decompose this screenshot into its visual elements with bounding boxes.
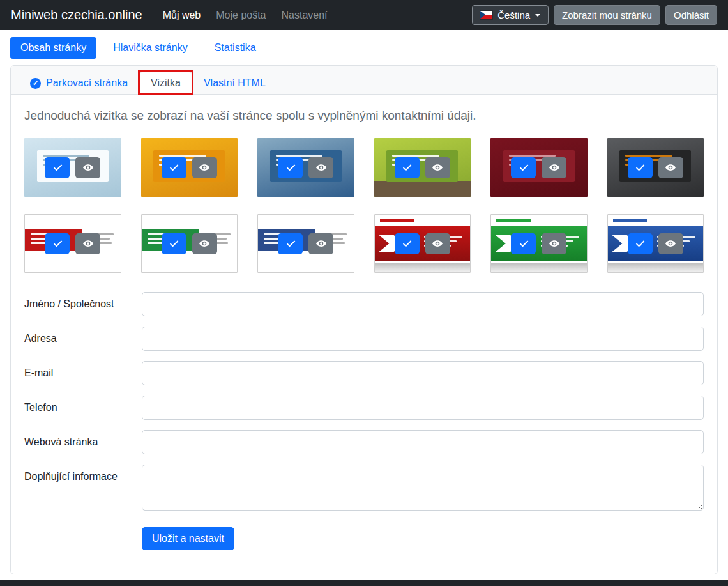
check-icon [52, 238, 63, 249]
page-tab-statistika[interactable]: Statistika [204, 37, 266, 59]
template-preview-button[interactable] [425, 157, 450, 178]
check-icon [635, 162, 645, 173]
template-select-button[interactable] [511, 233, 536, 254]
template-preview-button[interactable] [192, 157, 217, 178]
check-icon [402, 238, 412, 249]
chevron-down-icon [535, 14, 540, 17]
template-thumbnail-dark-red[interactable] [490, 138, 588, 197]
template-thumbnail-graphite[interactable] [607, 138, 704, 197]
check-icon [285, 162, 296, 173]
template-actions [257, 138, 354, 197]
field-label-name: Jméno / Společnost [24, 298, 142, 310]
logout-button[interactable]: Odhlásit [665, 5, 717, 25]
template-select-button[interactable] [162, 157, 186, 178]
template-select-button[interactable] [45, 233, 70, 254]
template-thumbnail-blue-arrow[interactable] [607, 214, 704, 273]
template-preview-button[interactable] [308, 157, 333, 178]
template-preview-button[interactable] [75, 233, 100, 254]
view-my-site-button[interactable]: Zobrazit mou stránku [554, 5, 660, 25]
template-select-button[interactable] [628, 233, 653, 254]
page-tab-obsah-stranky[interactable]: Obsah stránky [10, 37, 96, 59]
template-preview-button[interactable] [542, 233, 566, 254]
check-icon [402, 162, 412, 173]
template-select-button[interactable] [162, 233, 186, 254]
vizitka-form: Jméno / SpolečnostAdresaE-mailTelefonWeb… [24, 292, 704, 550]
navbar-actions: Čeština Zobrazit mou stránku Odhlásit [472, 5, 717, 25]
navbar-item-moje-posta[interactable]: Moje pošta [209, 6, 272, 25]
brand[interactable]: Miniweb czechia.online [11, 8, 142, 22]
eye-icon [199, 162, 210, 173]
check-icon [169, 238, 179, 249]
template-preview-button[interactable] [192, 233, 217, 254]
eye-icon [432, 238, 443, 249]
card-tab-label: Vlastní HTML [204, 77, 266, 89]
template-preview-button[interactable] [658, 157, 683, 178]
additional-info-textarea[interactable] [142, 465, 704, 511]
save-and-set-button[interactable]: Uložit a nastavit [142, 527, 234, 550]
form-row-name: Jméno / Společnost [24, 292, 704, 316]
form-row-email: E-mail [24, 361, 704, 385]
email-input[interactable] [142, 361, 704, 385]
field-label-phone: Telefon [24, 402, 142, 413]
language-dropdown[interactable]: Čeština [472, 5, 549, 25]
template-thumbnail-white-red-band[interactable] [24, 214, 121, 273]
template-thumbnail-green-railway[interactable] [374, 138, 471, 197]
template-thumbnail-orange-flowers[interactable] [141, 138, 238, 197]
template-preview-button[interactable] [425, 233, 450, 254]
field-control-email [142, 361, 704, 385]
navbar-item-nastaveni[interactable]: Nastavení [275, 6, 334, 25]
template-thumbnail-blue-mountains[interactable] [257, 138, 354, 197]
template-select-button[interactable] [45, 157, 70, 178]
field-control-website [142, 430, 704, 454]
card-tab-vlastni-html[interactable]: Vlastní HTML [192, 72, 277, 95]
card-tab-parkovaci-stranka[interactable]: ✓Parkovací stránka [19, 72, 139, 95]
card-tab-vizitka[interactable]: Vizitka [139, 72, 192, 95]
template-select-button[interactable] [278, 157, 303, 178]
phone-input[interactable] [142, 396, 704, 420]
card-tabs: ✓Parkovací stránkaVizitkaVlastní HTML [19, 72, 709, 95]
template-actions [375, 215, 471, 272]
navbar-item-muj-web[interactable]: Můj web [156, 6, 208, 25]
template-select-button[interactable] [278, 233, 303, 254]
template-actions [490, 138, 588, 197]
eye-icon [549, 162, 560, 173]
field-control-additional-info [142, 465, 704, 513]
eye-icon [315, 162, 327, 173]
template-actions [25, 215, 121, 272]
field-label-additional-info: Doplňující informace [24, 465, 142, 482]
template-select-button[interactable] [395, 233, 420, 254]
eye-icon [665, 162, 676, 173]
template-actions [491, 215, 587, 272]
check-icon [635, 238, 645, 249]
check-icon [519, 162, 529, 173]
template-select-button[interactable] [628, 157, 653, 178]
template-thumbnail-red-arrow[interactable] [374, 214, 471, 273]
template-select-button[interactable] [511, 157, 536, 178]
template-thumbnail-white-green-band[interactable] [141, 214, 238, 273]
website-input[interactable] [142, 430, 704, 454]
content-card: ✓Parkovací stránkaVizitkaVlastní HTML Je… [10, 65, 718, 574]
form-row-phone: Telefon [24, 396, 704, 420]
template-actions [258, 215, 354, 272]
footer-bar [0, 580, 728, 586]
template-select-button[interactable] [395, 157, 420, 178]
template-thumbnail-green-arrow[interactable] [490, 214, 588, 273]
form-row-address: Adresa [24, 327, 704, 351]
language-label: Čeština [497, 10, 530, 20]
field-control-phone [142, 396, 704, 420]
template-preview-button[interactable] [542, 157, 566, 178]
template-preview-button[interactable] [658, 233, 683, 254]
template-preview-button[interactable] [75, 157, 100, 178]
address-input[interactable] [142, 327, 704, 351]
field-control-name [142, 292, 704, 316]
name-input[interactable] [142, 292, 704, 316]
card-tab-label: Vizitka [151, 77, 181, 89]
template-preview-button[interactable] [308, 233, 333, 254]
template-actions [607, 138, 704, 197]
template-thumbnail-white-navy-band[interactable] [257, 214, 354, 273]
page-tab-hlavicka-stranky[interactable]: Hlavička stránky [103, 37, 197, 59]
submit-row: Uložit a nastavit [142, 523, 704, 550]
template-actions [142, 215, 238, 272]
template-thumbnail-seaside-light[interactable] [24, 138, 121, 197]
field-label-website: Webová stránka [24, 436, 142, 448]
